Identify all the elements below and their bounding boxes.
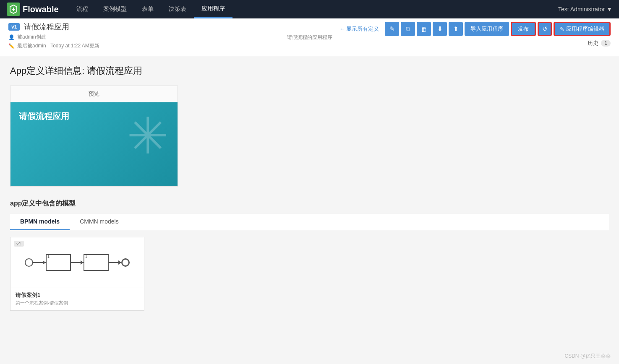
refresh-button[interactable]: ↺ [538,22,552,36]
models-section-title: app定义中包含的模型 [10,199,609,208]
logo-text: Flowable [23,5,59,14]
bpmn-card: v1 请假案例1 第一个流程案例-请假案例 [10,237,144,311]
bpmn-arrow-2 [71,262,84,263]
bpmn-version-badge: v1 [14,241,24,247]
user-menu[interactable]: Test Administrator ▼ [558,6,612,13]
copy-button[interactable]: ⧉ [401,22,415,36]
nav-item-process[interactable]: 流程 [69,0,96,18]
bpmn-diagram-area: v1 [10,237,144,288]
history-label: 历史 [588,39,598,47]
tab-bpmn-models[interactable]: BPMN models [10,214,70,230]
nav-item-case-model[interactable]: 案例模型 [96,0,134,18]
models-tabs: BPMN models CMMN models [10,214,609,230]
show-all-link[interactable]: ← 显示所有定义 [339,25,379,33]
nav-item-decision[interactable]: 决策表 [161,0,194,18]
flowable-logo-icon [7,3,20,16]
bpmn-arrow-3 [109,262,121,263]
publish-button[interactable]: 发布 [511,22,536,36]
upload-button[interactable]: ⬆ [449,22,463,36]
updated-by-text: 最后被admin - Today at 1:22 AM更新 [17,42,99,49]
bpmn-arrow-1 [33,262,46,263]
bpmn-model-desc: 第一个流程案例-请假案例 [16,300,139,306]
section-title: App定义详细信息: 请假流程应用 [10,65,609,77]
top-navigation: Flowable 流程 案例模型 表单 决策表 应用程序 Test Admini… [0,0,619,18]
asterisk-watermark: ✳ [127,111,169,161]
edit-button[interactable]: ✎ [385,22,399,36]
action-buttons-row: ← 显示所有定义 ✎ ⧉ 🗑 ⬇ ⬆ 导入应用程序 发布 ↺ ✎ 应用程序编辑器 [339,22,611,36]
preview-image: 请假流程应用 ✳ [10,102,178,186]
bpmn-task-1 [46,254,71,271]
bpmn-diagram [19,246,136,271]
bpmn-start-event [25,258,33,267]
nav-item-form[interactable]: 表单 [134,0,161,18]
import-button[interactable]: 导入应用程序 [465,22,509,36]
app-editor-button[interactable]: ✎ 应用程序编辑器 [554,22,611,36]
title-row: v1 请假流程应用 [8,22,339,32]
delete-button[interactable]: 🗑 [417,22,431,36]
sub-header-right: ← 显示所有定义 ✎ ⧉ 🗑 ⬇ ⬆ 导入应用程序 发布 ↺ ✎ 应用程序编辑器… [339,22,611,47]
edit-pencil-icon: ✎ [560,26,564,32]
app-description: 请假流程的应用程序 [287,34,332,41]
history-badge[interactable]: 历史 1 [588,39,611,47]
main-content: App定义详细信息: 请假流程应用 预览 请假流程应用 ✳ app定义中包含的模… [0,56,619,319]
nav-items: 流程 案例模型 表单 决策表 应用程序 [69,0,558,18]
sub-page-title: 请假流程应用 [24,22,69,32]
preview-card: 预览 请假流程应用 ✳ [10,86,178,187]
tab-cmmn-models[interactable]: CMMN models [70,214,129,230]
sub-header-left: v1 请假流程应用 👤 被admin创建 ✏️ 最后被admin - Today… [8,22,339,51]
sub-header: v1 请假流程应用 👤 被admin创建 ✏️ 最后被admin - Today… [0,18,619,56]
editor-label: 应用程序编辑器 [566,25,604,33]
bpmn-model-name: 请假案例1 [16,291,139,299]
history-count: 1 [601,40,611,47]
bpmn-task-2 [84,254,109,271]
user-icon: 👤 [8,34,15,40]
bpmn-end-event [121,258,130,267]
updated-by-row: ✏️ 最后被admin - Today at 1:22 AM更新 [8,42,339,49]
nav-item-app[interactable]: 应用程序 [194,0,232,18]
logo[interactable]: Flowable [7,3,59,16]
preview-label: 预览 [10,86,178,102]
bpmn-label-area: 请假案例1 第一个流程案例-请假案例 [10,288,144,310]
created-by-text: 被admin创建 [17,34,46,41]
version-badge: v1 [8,23,20,31]
download-button[interactable]: ⬇ [433,22,447,36]
pencil-icon: ✏️ [8,43,15,49]
